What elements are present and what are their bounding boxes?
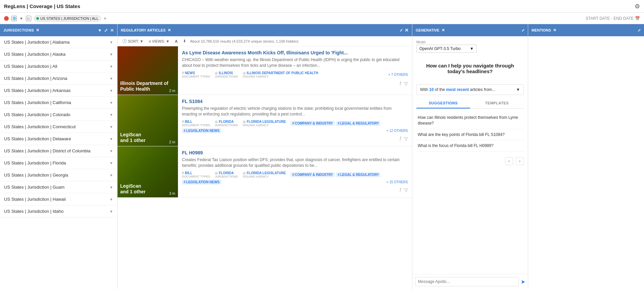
active-tab[interactable]: US STATES | JURISDICTION | ALL	[34, 15, 101, 21]
add-tab-icon[interactable]: +	[103, 15, 106, 21]
jurisdictions-close-icon[interactable]: ✕	[36, 28, 40, 33]
tag-value[interactable]: ILLINOIS DEPARTMENT OF PUBLIC HEALTH	[247, 71, 318, 75]
suggestion-item[interactable]: How can Illinois residents protect thems…	[416, 112, 524, 129]
generative-question: How can I help you navigate through toda…	[416, 56, 524, 81]
message-input[interactable]	[415, 277, 519, 286]
tag-more[interactable]: + 7 OTHERS	[388, 73, 408, 77]
tag-type: JURISDICTIONS	[215, 75, 238, 78]
sort-icon[interactable]: ▼	[98, 28, 102, 33]
tag-value[interactable]: ILLINOIS	[219, 71, 233, 75]
jurisdiction-item[interactable]: US States | Jurisdiction | Connecticut▼	[0, 121, 117, 133]
articles-close-panel-icon[interactable]: ✕	[405, 28, 409, 33]
hash-icon: #	[292, 122, 294, 125]
hash-icon: #	[184, 180, 186, 184]
sort-button[interactable]: 🕐 SORT: ▼	[121, 38, 145, 44]
right-panels: GENERATIVE ✕ ⤢ Model OpenAI GPT-3.5 Turb…	[412, 24, 644, 289]
generative-expand-icon[interactable]: ⤢	[521, 28, 524, 33]
tag-icon: #	[182, 71, 184, 75]
tag-block: ◎ILLINOISJURISDICTIONS	[215, 71, 238, 78]
filter-button[interactable]: ▽	[404, 136, 408, 141]
tag-value[interactable]: FLORIDA LEGISLATURE	[247, 171, 286, 175]
jurisdiction-item[interactable]: US States | Jurisdiction | District of C…	[0, 145, 117, 157]
jurisdiction-item[interactable]: US States | Jurisdiction | Arizona▼	[0, 73, 117, 85]
mentions-close-icon[interactable]: ✕	[553, 28, 556, 33]
thumb-text: LegiScanand 1 other	[120, 183, 145, 195]
download-button[interactable]: ⬇	[182, 38, 187, 44]
tab-suggestions[interactable]: SUGGESTIONS	[416, 98, 470, 108]
articles-close-icon[interactable]: ✕	[168, 28, 171, 33]
tag-value[interactable]: FLORIDA	[219, 171, 234, 175]
tag-value[interactable]: BILL	[185, 171, 192, 175]
article-card: LegiScanand 1 other3 mFL H0989Creates Fe…	[118, 146, 412, 198]
tag-value[interactable]: FLORIDA LEGISLATURE	[247, 120, 286, 124]
articles-expand-icon[interactable]: ⤢	[400, 28, 403, 33]
calendar-icon[interactable]: 📅	[635, 16, 640, 21]
settings-icon[interactable]: ⚙	[635, 3, 640, 10]
jurisdiction-item[interactable]: US States | Jurisdiction | Alaska▼	[0, 48, 117, 60]
jurisdiction-label: US States | Jurisdiction | Alabama	[4, 40, 70, 45]
extra-tag[interactable]: # LEGAL & REGULATORY	[336, 172, 381, 177]
extra-tag[interactable]: # LEGISLATION NEWS	[182, 128, 221, 133]
jurisdiction-item[interactable]: US States | Jurisdiction | Florida▼	[0, 157, 117, 169]
tag-value[interactable]: NEWS	[185, 71, 195, 75]
model-select[interactable]: OpenAI GPT-3.5 Turbo ▼	[416, 45, 477, 53]
jurisdiction-item[interactable]: US States | Jurisdiction | Alabama▼	[0, 36, 117, 48]
tab-label: US STATES | JURISDICTION | ALL	[40, 16, 98, 20]
tab-templates[interactable]: TEMPLATES	[470, 98, 524, 108]
share-button[interactable]: ⤴	[399, 136, 402, 141]
jurisdiction-item[interactable]: US States | Jurisdiction | Delaware▼	[0, 133, 117, 145]
article-thumbnail: LegiScanand 1 other2 m	[118, 95, 178, 146]
jurisdiction-item[interactable]: US States | Jurisdiction | Guam▼	[0, 181, 117, 193]
views-button[interactable]: ≡ VIEWS: ▼	[147, 39, 171, 44]
mentions-expand-icon[interactable]: ⤢	[638, 28, 641, 33]
share-button[interactable]: ⤴	[399, 187, 402, 193]
generative-close-icon[interactable]: ✕	[442, 28, 445, 33]
send-button[interactable]: ➤	[521, 279, 525, 285]
generative-nav: ‹ ›	[416, 155, 524, 167]
date-range: START DATE - END DATE 📅	[586, 16, 640, 21]
tabbar: 🌐 ▼ ▤ US STATES | JURISDICTION | ALL + S…	[0, 13, 644, 24]
extra-tag[interactable]: # LEGAL & REGULATORY	[336, 121, 381, 126]
jurisdiction-item[interactable]: US States | Jurisdiction | All▼	[0, 60, 117, 73]
tag-icon: ◎	[243, 120, 246, 124]
extra-tag[interactable]: # LEGISLATION NEWS	[182, 180, 221, 185]
jurisdiction-label: US States | Jurisdiction | California	[4, 100, 71, 105]
article-title[interactable]: As Lyme Disease Awareness Month Kicks Of…	[182, 50, 408, 56]
suggestion-item[interactable]: What are the key points of Florida bill …	[416, 129, 524, 141]
generative-dropdown[interactable]: With 10 of the most recent articles from…	[416, 84, 524, 95]
close-panel-icon[interactable]: ✕	[110, 28, 114, 33]
extra-tag[interactable]: # COMPANY & INDUSTRY	[290, 121, 334, 126]
share-button[interactable]: ⤴	[399, 81, 402, 86]
filter-button[interactable]: ▽	[404, 81, 408, 86]
sort-arrow: ▼	[140, 39, 143, 43]
globe-icon[interactable]: 🌐	[11, 16, 17, 21]
filter-button[interactable]: ▽	[404, 187, 408, 193]
thumb-time: 2 m	[169, 89, 175, 93]
tag-more[interactable]: + 15 OTHERS	[386, 180, 408, 184]
tag-value[interactable]: BILL	[185, 120, 192, 124]
tag-more[interactable]: + 12 OTHERS	[386, 129, 408, 133]
generative-tabs: SUGGESTIONS TEMPLATES	[416, 98, 524, 109]
tag-icon: #	[182, 171, 184, 175]
extra-tag[interactable]: # COMPANY & INDUSTRY	[290, 172, 334, 177]
jurisdiction-item[interactable]: US States | Jurisdiction | Georgia▼	[0, 169, 117, 181]
jurisdiction-item[interactable]: US States | Jurisdiction | Colorado▼	[0, 109, 117, 121]
translate-button[interactable]: A	[174, 39, 179, 44]
suggestion-item[interactable]: What is the focus of Florida bill FL H09…	[416, 140, 524, 152]
article-actions: ⤴▽	[182, 80, 408, 88]
green-dot	[36, 17, 39, 20]
jurisdiction-item[interactable]: US States | Jurisdiction | California▼	[0, 97, 117, 109]
jurisdiction-item[interactable]: US States | Jurisdiction | Arkansas▼	[0, 85, 117, 97]
article-body: As Lyme Disease Awareness Month Kicks Of…	[178, 46, 412, 95]
arrow-down-icon[interactable]: ▼	[19, 16, 23, 20]
tag-value[interactable]: FLORIDA	[219, 120, 234, 124]
article-title[interactable]: FL H0989	[182, 150, 408, 156]
nav-prev[interactable]: ‹	[505, 157, 513, 165]
article-title[interactable]: FL S1084	[182, 98, 408, 104]
mentions-panel: MENTIONS ✕ ⤢	[528, 24, 644, 289]
jurisdiction-item[interactable]: US States | Jurisdiction | Hawaii▼	[0, 193, 117, 205]
nav-next[interactable]: ›	[516, 157, 524, 165]
doc-icon[interactable]: ▤	[26, 16, 31, 21]
expand-icon[interactable]: ⤢	[104, 28, 108, 33]
jurisdiction-item[interactable]: US States | Jurisdiction | Idaho▼	[0, 205, 117, 218]
